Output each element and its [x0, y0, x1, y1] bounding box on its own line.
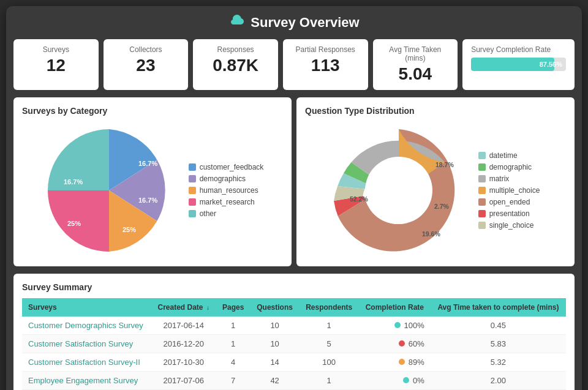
col-pages[interactable]: Pages [216, 298, 251, 317]
question-type-card: Question Type Distribution [296, 97, 575, 266]
svg-text:25%: 25% [67, 220, 81, 227]
table-row: Customer Satisfaction Survey 2016-12-20 … [22, 334, 566, 353]
legend-dot-other [189, 210, 196, 217]
rate-dot-1 [399, 340, 405, 347]
surveys-by-category-card: Surveys by Category [13, 97, 292, 266]
completion-bar-container: 87.56% [471, 58, 566, 71]
col-respondents[interactable]: Respondents [300, 298, 359, 317]
legend-label-datetime: datetime [489, 151, 518, 160]
survey-summary-title: Survey Summary [22, 282, 566, 292]
legend-dot-matrix [478, 175, 486, 182]
svg-text:25%: 25% [123, 226, 136, 233]
stat-surveys-label: Surveys [22, 45, 90, 54]
svg-text:16.7%: 16.7% [64, 178, 83, 186]
cell-completion-0: 100% [359, 317, 431, 335]
stat-avgtime-label: Avg Time Taken (mins) [382, 45, 450, 62]
cell-date-0: 2017-06-14 [151, 317, 216, 335]
legend-label-market-research: market_research [200, 198, 255, 206]
survey-summary-card: Survey Summary Surveys Created Date ↓ Pa… [13, 274, 575, 390]
table-body: Customer Demographics Survey 2017-06-14 … [22, 317, 566, 390]
cell-date-3: 2017-07-06 [151, 371, 216, 389]
legend-multiple-choice: multiple_choice [478, 186, 540, 195]
donut-legend: datetime demographic matrix multiple_cho… [478, 151, 540, 230]
cell-avgtime-0: 0.45 [431, 317, 566, 335]
stat-collectors-value: 23 [112, 56, 180, 75]
stat-collectors: Collectors 23 [104, 39, 189, 90]
legend-dot-customer-feedback [189, 163, 196, 171]
page-header: Survey Overview [13, 13, 575, 32]
question-type-title: Question Type Distribution [305, 106, 566, 116]
svg-text:52.2%: 52.2% [350, 195, 368, 203]
legend-single-choice: single_choice [478, 221, 540, 230]
legend-label-customer-feedback: customer_feedback [200, 163, 264, 171]
svg-text:19.6%: 19.6% [422, 230, 440, 238]
cell-name-0[interactable]: Customer Demographics Survey [22, 317, 151, 335]
cell-respondents-3: 1 [300, 371, 359, 389]
legend-dot-datetime [478, 152, 486, 159]
legend-matrix: matrix [478, 174, 540, 183]
cell-pages-1: 1 [216, 334, 251, 353]
question-type-content: 18.7% 2.7% 19.6% 52.2% datetime demograp… [305, 123, 566, 258]
cell-name-1[interactable]: Customer Satisfaction Survey [22, 334, 151, 353]
col-created-date[interactable]: Created Date ↓ [151, 298, 216, 317]
legend-other: other [189, 209, 264, 218]
legend-dot-human-resources [189, 187, 196, 194]
legend-dot-market-research [189, 198, 196, 206]
legend-label-open-ended: open_ended [489, 198, 530, 206]
cell-respondents-1: 5 [300, 334, 359, 353]
svg-text:18.7%: 18.7% [435, 161, 454, 168]
stat-responses-value: 0.87K [202, 56, 270, 75]
cell-questions-2: 14 [251, 353, 300, 371]
col-questions[interactable]: Questions [251, 298, 300, 317]
rate-value-3: 0% [413, 376, 424, 385]
surveys-by-category-title: Surveys by Category [22, 106, 283, 116]
completion-bar-label: 87.56% [540, 61, 562, 68]
cell-completion-2: 89% [359, 353, 431, 371]
pie-legend: customer_feedback demographics human_res… [189, 163, 264, 218]
col-completion-rate[interactable]: Completion Rate [359, 298, 431, 317]
svg-text:16.7%: 16.7% [138, 160, 157, 167]
stat-responses: Responses 0.87K [193, 39, 278, 90]
cell-pages-3: 7 [216, 371, 251, 389]
legend-label-demographics: demographics [200, 174, 246, 183]
legend-open-ended: open_ended [478, 198, 540, 206]
legend-customer-feedback: customer_feedback [189, 163, 264, 171]
svg-point-5 [365, 157, 432, 224]
col-avg-time[interactable]: Avg Time taken to complete (mins) [431, 298, 566, 317]
stat-surveys: Surveys 12 [13, 39, 99, 90]
legend-dot-single-choice [478, 222, 486, 229]
stat-completion: Survey Completion Rate 87.56% [462, 39, 575, 90]
col-surveys[interactable]: Surveys [22, 298, 151, 317]
svg-text:16.7%: 16.7% [138, 197, 157, 204]
stat-avgtime-value: 5.04 [382, 65, 450, 84]
legend-label-demographic: demographic [489, 163, 532, 171]
legend-dot-multiple-choice [478, 187, 486, 194]
stats-row: Surveys 12 Collectors 23 Responses 0.87K… [13, 39, 575, 90]
cell-completion-1: 60% [359, 334, 431, 353]
stat-responses-label: Responses [202, 45, 270, 54]
legend-label-matrix: matrix [489, 174, 510, 183]
legend-dot-demographic [478, 163, 486, 171]
legend-market-research: market_research [189, 198, 264, 206]
rate-dot-3 [403, 377, 409, 383]
cell-pages-2: 4 [216, 353, 251, 371]
cell-questions-0: 10 [251, 317, 300, 335]
page-title: Survey Overview [251, 15, 359, 31]
header-icon [228, 13, 246, 32]
survey-table: Surveys Created Date ↓ Pages Questions R… [22, 298, 566, 390]
cell-name-3[interactable]: Employee Engagement Survey [22, 371, 151, 389]
table-header-row: Surveys Created Date ↓ Pages Questions R… [22, 298, 566, 317]
legend-dot-demographics [189, 175, 196, 182]
stat-avgtime: Avg Time Taken (mins) 5.04 [373, 39, 458, 90]
rate-value-0: 100% [404, 321, 424, 330]
legend-demographics: demographics [189, 174, 264, 183]
legend-human-resources: human_resources [189, 186, 264, 195]
rate-value-2: 89% [409, 358, 424, 367]
cell-name-2[interactable]: Customer Satisfaction Survey-II [22, 353, 151, 371]
legend-dot-presentation [478, 210, 486, 217]
stat-partial-label: Partial Responses [292, 45, 360, 54]
legend-label-multiple-choice: multiple_choice [489, 186, 540, 195]
legend-label-human-resources: human_resources [200, 186, 258, 195]
legend-label-other: other [200, 209, 216, 218]
dashboard: Survey Overview Surveys 12 Collectors 23… [6, 6, 582, 390]
